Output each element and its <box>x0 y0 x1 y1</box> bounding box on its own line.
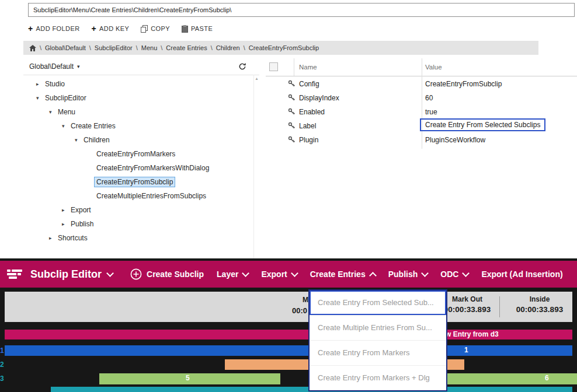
tree-item-label: CreateEntryFromMarkersWithDialog <box>96 164 209 172</box>
dropdown-item[interactable]: Create Entry From Markers + Dlg <box>310 366 446 390</box>
row-name: Plugin <box>299 136 318 144</box>
tree-root-label: Global\Default <box>29 62 74 71</box>
timeline-entry-bar[interactable]: w Entry from d3 <box>5 330 572 340</box>
tree-expander-icon[interactable]: ▾ <box>36 95 45 101</box>
tree-item[interactable]: CreateEntryFromSubclip <box>23 175 253 189</box>
dropdown-item[interactable]: Create Multiple Entries From Su... <box>310 316 446 341</box>
tree-item[interactable]: ▾Menu <box>23 105 253 119</box>
tree-items: ▸Studio▾SubclipEditor▾Menu▾Create Entrie… <box>23 77 253 245</box>
table-row[interactable]: PluginPluginSceWorkflow <box>266 133 577 147</box>
tree-expander-icon[interactable]: ▾ <box>62 123 71 129</box>
breadcrumb-separator: \ <box>40 44 41 51</box>
tree-root-selector[interactable]: Global\Default ▾ <box>23 58 259 75</box>
screen: + ADD FOLDER + ADD KEY COPY PASTE <box>0 0 577 392</box>
breadcrumb-item[interactable]: Children <box>216 44 240 51</box>
chevron-down-icon <box>106 270 114 277</box>
registry-path-input[interactable] <box>28 3 575 17</box>
table-row[interactable]: LabelCreate Entry From Selected Subclips <box>266 119 577 133</box>
add-folder-button[interactable]: + ADD FOLDER <box>28 24 79 33</box>
tree-expander-icon[interactable]: ▾ <box>49 109 58 115</box>
name-column-header: Name <box>299 64 317 71</box>
refresh-icon <box>238 62 246 71</box>
breadcrumb-separator: \ <box>244 44 245 51</box>
tree-item[interactable]: ▾Create Entries <box>23 119 253 133</box>
menubar-item[interactable]: Publish <box>388 270 428 279</box>
menubar-item[interactable]: Create Subclip <box>130 268 204 280</box>
timeline-segment[interactable]: 1 <box>5 345 572 356</box>
breadcrumb-item[interactable]: Create Entries <box>166 44 207 51</box>
app-title-menu[interactable]: Subclip Editor <box>30 268 113 281</box>
tree-item-label: Create Entries <box>71 122 116 130</box>
tree-expander-icon[interactable]: ▸ <box>49 235 58 241</box>
timeline-track-2: 2 <box>5 359 572 370</box>
tree-item-label: Menu <box>58 108 75 116</box>
menubar-item[interactable]: Export (Ad Insertion) <box>481 270 562 279</box>
breadcrumb-item[interactable]: Global\Default <box>45 44 86 51</box>
menubar-item[interactable]: Export <box>261 270 297 279</box>
menubar-item-label: Export (Ad Insertion) <box>481 270 562 279</box>
tree-expander-icon[interactable]: ▸ <box>62 207 71 213</box>
key-value-table: Name Value ConfigCreateEntryFromSubclipD… <box>266 58 577 258</box>
table-row[interactable]: DisplayIndex60 <box>266 91 577 105</box>
menubar-item-label: Publish <box>388 270 418 279</box>
tree-scrollbar[interactable]: ▴ <box>253 75 259 258</box>
paste-label: PASTE <box>191 25 213 32</box>
segment-label: 1 <box>464 346 468 354</box>
menubar-item[interactable]: ODC <box>440 270 468 279</box>
tree-item[interactable]: ▾SubclipEditor <box>23 91 253 105</box>
dropdown-item[interactable]: Create Entry From Markers <box>310 341 446 366</box>
tree-expander-icon[interactable]: ▸ <box>62 221 71 227</box>
table-row[interactable]: ConfigCreateEntryFromSubclip <box>266 77 577 91</box>
dropdown-item[interactable]: Create Entry From Selected Sub... <box>310 290 446 316</box>
breadcrumb-item[interactable]: Menu <box>141 44 158 51</box>
subclip-editor-app: Subclip Editor Create SubclipLayerExport… <box>0 258 577 392</box>
tree-item[interactable]: ▾Children <box>23 133 253 147</box>
menubar-item[interactable]: Layer <box>217 270 248 279</box>
breadcrumb-item[interactable]: SubclipEditor <box>95 44 133 51</box>
key-icon <box>288 136 296 144</box>
tree-item[interactable]: CreateEntryFromMarkers <box>23 147 253 161</box>
timeline-segment[interactable]: 5 <box>99 373 280 384</box>
segment-label: 6 <box>545 374 549 382</box>
tree-item[interactable]: CreateMultipleEntriesFromSubclips <box>23 189 253 203</box>
breadcrumb-items: \Global\Default\SubclipEditor\Menu\Creat… <box>40 44 319 51</box>
refresh-button[interactable] <box>238 62 246 71</box>
tree-item[interactable]: ▸Studio <box>23 77 253 91</box>
create-entries-dropdown: Create Entry From Selected Sub...Create … <box>308 289 447 391</box>
tree-item-label: CreateEntryFromSubclip <box>94 177 175 187</box>
row-value: 60 <box>425 94 433 102</box>
row-value: true <box>425 108 437 116</box>
breadcrumb-separator: \ <box>136 44 138 51</box>
tree-item[interactable]: ▸Publish <box>23 217 253 231</box>
tree-item-label: Export <box>71 206 91 214</box>
add-folder-label: ADD FOLDER <box>36 25 80 32</box>
tree-item[interactable]: ▸Export <box>23 203 253 217</box>
tree-expander-icon[interactable]: ▸ <box>36 81 45 87</box>
timeline-track-1: 11 <box>5 345 572 356</box>
tree-item[interactable]: CreateEntryFromMarkersWithDialog <box>23 161 253 175</box>
home-icon[interactable] <box>29 45 36 51</box>
breadcrumb-item[interactable]: CreateEntryFromSubclip <box>249 44 319 51</box>
copy-button[interactable]: COPY <box>141 25 170 33</box>
tree-expander-icon[interactable]: ▾ <box>75 137 84 143</box>
add-key-label: ADD KEY <box>99 25 129 32</box>
menubar-item-label: Layer <box>217 270 238 279</box>
tree-item[interactable]: ▸Shortcuts <box>23 231 253 245</box>
row-name: DisplayIndex <box>299 94 339 102</box>
config-toolbar: + ADD FOLDER + ADD KEY COPY PASTE <box>28 22 213 35</box>
key-icon <box>288 122 296 130</box>
plus-icon: + <box>28 24 33 33</box>
track-number: 1 <box>0 346 4 355</box>
menubar-item[interactable]: Create Entries <box>310 270 376 279</box>
app-title-label: Subclip Editor <box>30 268 102 281</box>
menubar-items: Create SubclipLayerExportCreate EntriesP… <box>130 268 563 280</box>
row-name: Label <box>299 122 316 130</box>
scroll-up-icon[interactable]: ▴ <box>254 76 259 81</box>
table-row[interactable]: Enabledtrue <box>266 105 577 119</box>
add-key-button[interactable]: + ADD KEY <box>91 24 129 33</box>
tree-item-label: CreateEntryFromMarkers <box>96 150 175 158</box>
key-icon <box>288 108 296 116</box>
select-all-checkbox[interactable] <box>269 62 278 71</box>
paste-button[interactable]: PASTE <box>182 25 213 33</box>
breadcrumb-separator: \ <box>89 44 91 51</box>
